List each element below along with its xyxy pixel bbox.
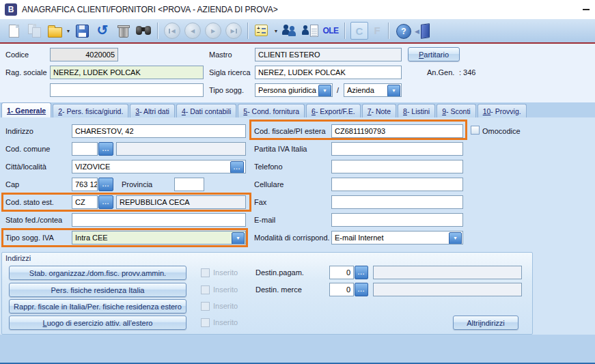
- copy-icon-back: [32, 27, 41, 38]
- cod-stato-est-field[interactable]: CZ: [72, 195, 98, 209]
- inserito-checkbox-1: [201, 268, 210, 277]
- open-folder-icon: [48, 27, 62, 38]
- tipo-sogg-iva-select[interactable]: Intra CEE▼: [72, 231, 246, 244]
- delete-button[interactable]: [114, 22, 132, 40]
- codice-field[interactable]: 4020005: [50, 48, 118, 61]
- cod-comune-field[interactable]: [72, 142, 98, 156]
- cod-fiscale-field[interactable]: CZ6811190793: [331, 124, 463, 138]
- exit-button[interactable]: ◀: [415, 22, 432, 40]
- email-field[interactable]: [331, 213, 463, 227]
- cap-lookup-button[interactable]: ...: [98, 178, 113, 191]
- tab-sconti[interactable]: 9 - Sconti: [437, 104, 475, 117]
- destin-pagam-field[interactable]: 0: [329, 266, 354, 279]
- tipo-sogg-select[interactable]: Persona giuridica▼: [255, 83, 333, 97]
- citta-field[interactable]: VIZOVICE...: [72, 160, 246, 173]
- tab-listini[interactable]: 8 - Listini: [398, 104, 435, 117]
- nav-prev-button: ◀: [184, 23, 201, 39]
- luogo-esercizio-button[interactable]: Luogo di esercizio attiv. all'estero: [9, 316, 186, 330]
- rappr-fiscale-button[interactable]: Rappr. fiscale in Italia/Per. fisiche re…: [9, 299, 186, 313]
- minimize-button[interactable]: [583, 9, 590, 10]
- destin-merce-lookup-button[interactable]: ...: [355, 283, 368, 296]
- sigla-ricerca-field[interactable]: NEREZ, LUDEK POLCAK: [255, 66, 402, 79]
- citta-value: VIZOVICE: [75, 163, 110, 171]
- rag-sociale-extra-field[interactable]: [50, 83, 204, 97]
- citta-lookup-button[interactable]: ...: [230, 161, 244, 173]
- indirizzi-groupbox: Indirizzi Stab. organizzaz./dom.fisc. pr…: [1, 252, 533, 335]
- chevron-down-icon[interactable]: ▼: [387, 85, 400, 97]
- ole-button[interactable]: OLE: [322, 22, 340, 40]
- tab-provvig[interactable]: 10 - Provvig.: [478, 104, 527, 117]
- destin-merce-field[interactable]: 0: [329, 283, 354, 296]
- modalita-label: Modalità di corrispond.: [254, 234, 330, 242]
- indirizzo-field[interactable]: CHARESTOV, 42: [72, 124, 246, 138]
- cellulare-field[interactable]: [331, 178, 463, 191]
- partitario-button[interactable]: Partitario: [408, 47, 460, 61]
- nav-next-button: ▶: [205, 23, 221, 39]
- view-clienti-toggle[interactable]: C: [350, 22, 368, 40]
- tab-cond-fornitura[interactable]: 5 - Cond. fornitura: [238, 104, 305, 117]
- view-fornitori-toggle: F: [371, 22, 383, 40]
- tab-dati-contabili[interactable]: 4 - Dati contabili: [176, 104, 236, 117]
- modalita-select[interactable]: E-mail Internet▼: [331, 231, 463, 244]
- tab-rest: - Pers. fisica/giurid.: [62, 107, 123, 115]
- customer-card-button[interactable]: [301, 22, 319, 40]
- list-dropdown-caret-icon[interactable]: ▼: [273, 22, 279, 40]
- open-folder-button[interactable]: [46, 22, 64, 40]
- rag-sociale-field[interactable]: NEREZ, LUDEK POLCAK: [50, 66, 204, 79]
- stab-organizzaz-button[interactable]: Stab. organizzaz./dom.fisc. provv.ammin.: [9, 266, 186, 280]
- tipo-sogg-separator: /: [337, 86, 339, 94]
- btn-rest: uogo di esercizio attiv. all'estero: [47, 319, 153, 327]
- stato-fed-field[interactable]: [72, 213, 246, 227]
- cod-comune-lookup-button[interactable]: ...: [98, 142, 113, 156]
- azienda-select[interactable]: Azienda▼: [344, 83, 402, 97]
- next-record-icon: ▶: [211, 28, 215, 34]
- cod-comune-desc-field: [116, 142, 246, 156]
- field-list-button[interactable]: + −: [253, 22, 271, 40]
- chevron-down-icon[interactable]: ▼: [318, 85, 331, 97]
- cod-stato-est-label: Cod. stato est.: [5, 198, 54, 206]
- tab-note[interactable]: 7 - Note: [362, 104, 396, 117]
- undo-button[interactable]: ↺: [94, 22, 111, 40]
- omocodice-label: Omocodice: [482, 127, 521, 135]
- chevron-down-icon[interactable]: ▼: [232, 232, 245, 244]
- altri-indirizzi-button[interactable]: Altri indirizzi: [453, 316, 518, 330]
- nav-last-button: ▶: [225, 23, 242, 39]
- telefono-field[interactable]: [331, 160, 463, 173]
- tab-generale[interactable]: 1 - Generale: [1, 102, 51, 117]
- tab-rest: - Listini: [407, 107, 430, 115]
- destin-pagam-lookup-button[interactable]: ...: [355, 266, 368, 279]
- fax-label: Fax: [254, 198, 266, 206]
- help-button[interactable]: ?: [394, 22, 412, 40]
- mastro-field[interactable]: CLIENTI ESTERO: [255, 48, 402, 61]
- pers-fisiche-italia-button[interactable]: Pers. fisiche residenza Italia: [9, 283, 186, 297]
- new-record-button[interactable]: [5, 22, 23, 40]
- provincia-field[interactable]: [174, 178, 204, 191]
- tab-rest: - Note: [371, 107, 391, 115]
- tab-export-fe[interactable]: 6 - Export/F.E.: [306, 104, 361, 117]
- cod-stato-est-lookup-button[interactable]: ...: [98, 195, 113, 209]
- ole-icon: OLE: [322, 22, 340, 40]
- save-icon: [76, 25, 89, 38]
- toolbar-separator: [388, 23, 389, 39]
- search-button[interactable]: [135, 22, 152, 40]
- fax-field[interactable]: [331, 195, 463, 209]
- chevron-down-icon[interactable]: ▼: [449, 232, 462, 244]
- save-button[interactable]: [73, 22, 91, 40]
- tab-altri-dati[interactable]: 3 - Altri dati: [130, 104, 175, 117]
- cap-field[interactable]: 763 12: [72, 178, 98, 191]
- help-icon: ?: [396, 24, 411, 39]
- nav-first-button: ◀: [164, 23, 180, 39]
- partita-iva-field[interactable]: [331, 142, 463, 156]
- tab-pers-fisica-giurid[interactable]: 2 - Pers. fisica/giurid.: [53, 104, 128, 117]
- folder-dropdown-caret-icon[interactable]: ▼: [66, 22, 71, 40]
- cod-comune-label: Cod. comune: [5, 145, 50, 153]
- inserito-checkbox-2: [201, 285, 210, 294]
- omocodice-checkbox[interactable]: [471, 126, 480, 135]
- copy-record-button: [25, 22, 43, 40]
- new-document-icon: [9, 25, 19, 38]
- tab-rest: - Export/F.E.: [316, 107, 355, 115]
- btn-pre: Pers. fisiche residenza Italia: [51, 286, 145, 294]
- inserito-label-1: Inserito: [213, 268, 238, 277]
- customers-button[interactable]: [281, 22, 299, 40]
- partitario-key: P: [419, 51, 424, 59]
